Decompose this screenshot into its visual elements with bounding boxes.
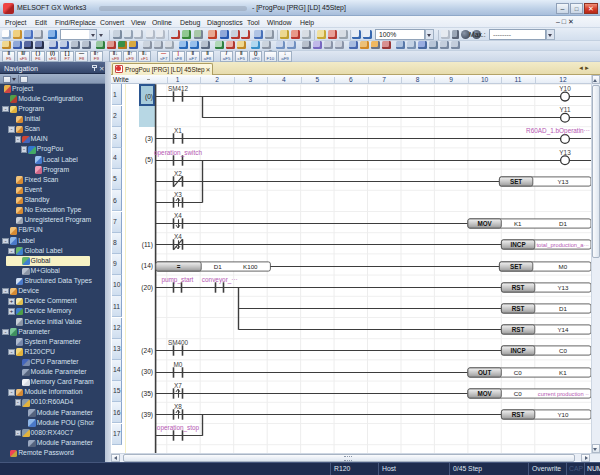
svg-text:Y13: Y13 xyxy=(557,178,569,185)
svg-text:RST: RST xyxy=(512,305,525,312)
svg-text:SM400: SM400 xyxy=(168,339,189,346)
svg-text:operation_switch: operation_switch xyxy=(154,149,202,157)
svg-text:C0: C0 xyxy=(514,390,522,397)
svg-text:K1: K1 xyxy=(559,369,567,376)
svg-text:D1: D1 xyxy=(559,220,567,227)
svg-text:X8: X8 xyxy=(174,403,182,410)
svg-text:D1: D1 xyxy=(214,263,222,270)
svg-text:R60AD_1.bOperatin···: R60AD_1.bOperatin··· xyxy=(526,127,590,135)
svg-text:Y14: Y14 xyxy=(557,326,569,333)
svg-text:OUT: OUT xyxy=(478,369,491,376)
svg-text:Y13: Y13 xyxy=(559,149,571,156)
svg-text:X3: X3 xyxy=(174,191,182,198)
svg-text:X4: X4 xyxy=(174,212,182,219)
svg-text:SM412: SM412 xyxy=(168,85,189,92)
svg-text:K100: K100 xyxy=(243,263,258,270)
svg-text:X1: X1 xyxy=(174,127,182,134)
svg-text:INCP: INCP xyxy=(511,347,526,354)
svg-text:SET: SET xyxy=(510,263,522,270)
svg-text:X2: X2 xyxy=(174,170,182,177)
svg-text:MOV: MOV xyxy=(477,390,492,397)
svg-text:=: = xyxy=(177,263,181,270)
svg-text:M0: M0 xyxy=(174,361,183,368)
svg-text:X4: X4 xyxy=(174,233,182,240)
svg-text:current production ··: current production ·· xyxy=(538,391,589,397)
svg-text:operation_stop: operation_stop xyxy=(157,424,200,432)
svg-text:M0: M0 xyxy=(559,263,568,270)
svg-text:MOV: MOV xyxy=(477,220,492,227)
svg-text:SET: SET xyxy=(510,178,522,185)
svg-text:Y10: Y10 xyxy=(559,85,571,92)
svg-text:pump_start: pump_start xyxy=(161,276,193,284)
svg-text:Y10: Y10 xyxy=(557,411,569,418)
svg-text:RST: RST xyxy=(512,284,525,291)
svg-text:C0: C0 xyxy=(559,347,567,354)
svg-text:Y13: Y13 xyxy=(557,284,569,291)
svg-text:K1: K1 xyxy=(514,220,522,227)
svg-text:D1: D1 xyxy=(559,305,567,312)
svg-text:Y11: Y11 xyxy=(560,106,571,113)
svg-text:X7: X7 xyxy=(174,382,182,389)
svg-text:INCP: INCP xyxy=(511,241,526,248)
svg-text:conveyor_···: conveyor_··· xyxy=(202,276,238,284)
svg-text:C0: C0 xyxy=(514,369,522,376)
svg-text:RST: RST xyxy=(512,326,525,333)
svg-text:RST: RST xyxy=(512,411,525,418)
svg-text:total_production_a···: total_production_a··· xyxy=(537,242,590,248)
